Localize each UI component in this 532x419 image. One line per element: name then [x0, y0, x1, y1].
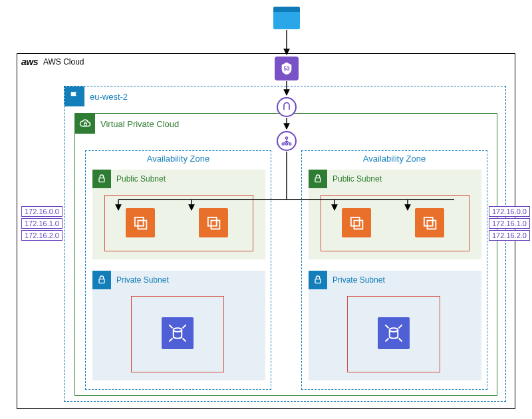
svg-point-16	[285, 137, 287, 139]
private-subnet-lock-icon	[92, 271, 111, 289]
private-subnet-1-label: Private Subnet	[116, 275, 169, 285]
public-subnet-1: Public Subnet	[92, 170, 265, 259]
cidr-list-right: 172.16.0.0 172.16.1.0 172.16.2.0	[489, 206, 530, 241]
svg-rect-14	[315, 279, 321, 283]
svg-point-8	[174, 328, 182, 332]
svg-rect-13	[428, 221, 436, 229]
public-subnet-2: Public Subnet	[309, 170, 481, 259]
ec2-instance-icon	[415, 208, 444, 237]
az-1-label: Availability Zone	[86, 151, 271, 164]
rds-instance-icon	[162, 317, 194, 349]
ec2-instance-icon	[199, 208, 228, 237]
cloud-label: AWS Cloud	[43, 57, 84, 67]
svg-rect-2	[99, 178, 104, 182]
svg-rect-9	[315, 178, 321, 182]
ec2-instance-icon	[342, 208, 371, 237]
cidr-badge: 172.16.0.0	[21, 206, 63, 217]
region-flag-icon	[65, 86, 84, 106]
ec2-instance-icon	[126, 208, 155, 237]
cidr-badge: 172.16.2.0	[489, 230, 530, 241]
svg-rect-12	[424, 217, 433, 226]
svg-point-18	[285, 143, 287, 145]
cidr-list-left: 172.16.0.0 172.16.1.0 172.16.2.0	[21, 206, 63, 241]
availability-zone-1: Availability Zone Public Subnet	[85, 150, 271, 390]
public-subnet-2-label: Public Subnet	[332, 174, 382, 184]
svg-rect-7	[99, 279, 104, 283]
aws-logo: aws	[21, 57, 38, 67]
private-subnet-2: Private Subnet	[309, 271, 481, 380]
public-subnet-1-label: Public Subnet	[116, 174, 166, 184]
private-subnet-1: Private Subnet	[92, 271, 265, 380]
cidr-badge: 172.16.2.0	[21, 230, 63, 241]
private-subnet-2-label: Private Subnet	[332, 275, 385, 285]
public-subnet-lock-icon	[92, 170, 111, 188]
vpc-icon	[75, 114, 95, 134]
private-subnet-lock-icon	[309, 271, 327, 289]
vpc-label: Virtual Private Cloud	[100, 119, 179, 129]
internet-gateway-icon	[277, 97, 297, 117]
client-icon	[273, 7, 300, 29]
az-2-label: Availability Zone	[302, 151, 487, 164]
cidr-badge: 172.16.1.0	[21, 218, 63, 229]
svg-rect-1	[84, 123, 87, 126]
svg-rect-5	[208, 217, 217, 226]
public-subnet-lock-icon	[309, 170, 327, 188]
rds-instance-icon	[378, 317, 410, 349]
svg-rect-3	[135, 217, 144, 226]
aws-cloud-container: aws AWS Cloud eu-west-2 Virtual Private …	[17, 53, 515, 409]
availability-zone-2: Availability Zone Public Subnet	[301, 150, 487, 390]
svg-rect-11	[354, 221, 363, 229]
diagram-canvas: 53 aws AWS Cloud eu-west-2 Virtu	[0, 0, 532, 419]
svg-rect-6	[211, 221, 220, 229]
region-label: eu-west-2	[90, 92, 128, 102]
svg-rect-10	[351, 217, 360, 226]
load-balancer-icon	[277, 131, 297, 151]
cidr-badge: 172.16.1.0	[489, 218, 530, 229]
vpc-container: Virtual Private Cloud Availability Zone …	[74, 113, 497, 396]
cidr-badge: 172.16.0.0	[489, 206, 530, 217]
svg-rect-4	[138, 221, 147, 229]
svg-point-15	[390, 328, 398, 332]
